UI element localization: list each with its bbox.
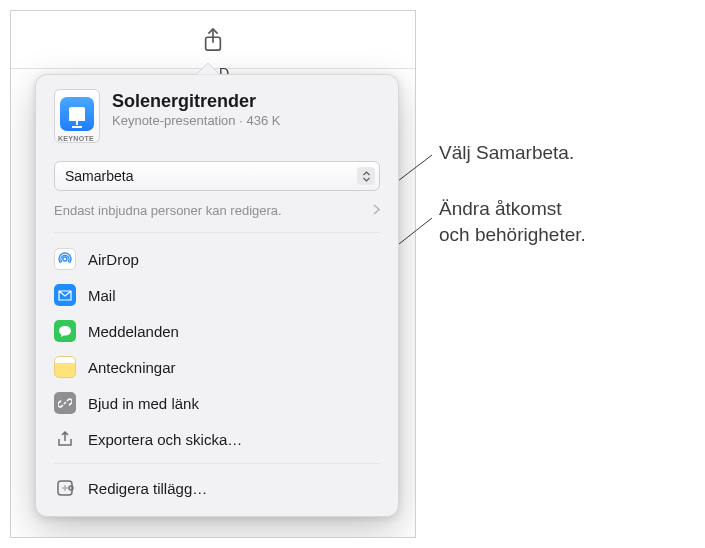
airdrop-icon [54, 248, 76, 270]
mail-icon [54, 284, 76, 306]
window-frame: D KEYNOTE Solenergitrender Keynote-prese… [10, 10, 416, 538]
share-icon [202, 27, 224, 53]
share-item-export-send[interactable]: Exportera och skicka… [36, 421, 398, 457]
share-item-label: Mail [88, 287, 116, 304]
link-icon [54, 392, 76, 414]
share-item-messages[interactable]: Meddelanden [36, 313, 398, 349]
share-popover: KEYNOTE Solenergitrender Keynote-present… [35, 74, 399, 517]
svg-point-4 [69, 486, 73, 490]
chevron-right-icon [373, 203, 380, 218]
extensions-icon [54, 477, 76, 499]
separator [54, 463, 380, 464]
share-item-airdrop[interactable]: AirDrop [36, 241, 398, 277]
messages-icon [54, 320, 76, 342]
share-item-mail[interactable]: Mail [36, 277, 398, 313]
share-item-label: Bjud in med länk [88, 395, 199, 412]
collaborate-mode-select[interactable]: Samarbeta [54, 161, 380, 191]
svg-point-1 [63, 257, 67, 261]
edit-extensions[interactable]: Redigera tillägg… [36, 470, 398, 506]
share-item-notes[interactable]: Anteckningar [36, 349, 398, 385]
share-item-label: Meddelanden [88, 323, 179, 340]
collaborate-mode-label: Samarbeta [65, 168, 133, 184]
popover-header: KEYNOTE Solenergitrender Keynote-present… [36, 89, 398, 155]
edit-extensions-label: Redigera tillägg… [88, 480, 207, 497]
access-summary: Endast inbjudna personer kan redigera. [54, 203, 282, 218]
notes-icon [54, 356, 76, 378]
share-destinations: AirDrop Mail Meddelanden Anteckn [36, 233, 398, 512]
share-button[interactable] [194, 21, 232, 59]
share-item-label: AirDrop [88, 251, 139, 268]
access-settings-row[interactable]: Endast inbjudna personer kan redigera. [54, 201, 380, 233]
share-item-label: Exportera och skicka… [88, 431, 242, 448]
toolbar [11, 11, 415, 69]
share-item-label: Anteckningar [88, 359, 176, 376]
keynote-app-icon [60, 97, 94, 131]
callout-access: Ändra åtkomst och behörigheter. [439, 196, 586, 247]
document-icon: KEYNOTE [54, 89, 100, 145]
share-item-invite-link[interactable]: Bjud in med länk [36, 385, 398, 421]
export-icon [54, 428, 76, 450]
doc-subtitle: Keynote-presentation · 436 K [112, 113, 280, 128]
updown-caret-icon [357, 167, 375, 185]
doc-badge: KEYNOTE [58, 135, 94, 142]
callout-collaborate: Välj Samarbeta. [439, 140, 574, 166]
doc-title: Solenergitrender [112, 91, 280, 112]
popover-caret [196, 63, 220, 75]
